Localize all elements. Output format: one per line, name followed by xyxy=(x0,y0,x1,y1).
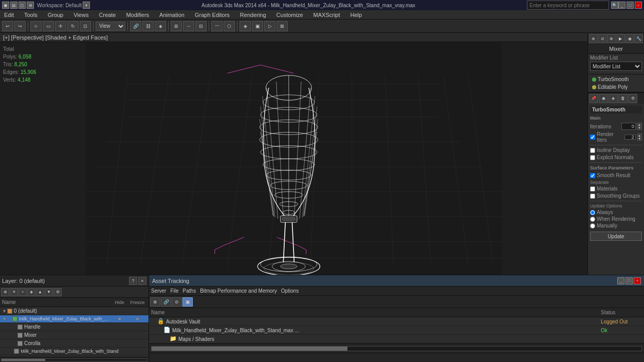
maximize-btn[interactable]: □ xyxy=(627,2,634,9)
render-iters-checkbox[interactable] xyxy=(590,135,595,140)
asset-menu-paths[interactable]: Paths xyxy=(183,288,196,294)
move-btn[interactable]: ✛ xyxy=(55,21,66,31)
smoothing-groups-checkbox[interactable] xyxy=(590,194,595,199)
asset-tb-btn-2[interactable]: 🔗 xyxy=(161,297,171,307)
modifier-item-turbosmooth[interactable]: TurboSmooth xyxy=(590,75,642,83)
render-iters-input[interactable] xyxy=(624,135,636,140)
search-input[interactable] xyxy=(527,1,609,10)
asset-item-maps-folder[interactable]: 📁 Maps / Shaders xyxy=(149,335,644,344)
select-btn[interactable]: ⊹ xyxy=(30,21,42,31)
menu-rendering[interactable]: Rendering xyxy=(238,12,268,18)
when-rendering-radio[interactable] xyxy=(590,217,595,222)
asset-close-btn[interactable]: × xyxy=(634,277,641,284)
modify-tab[interactable]: ⊘ xyxy=(598,34,607,43)
layer-item-full-name[interactable]: Milk_Handheld_Mixer_Zulay_Black_with_Sta… xyxy=(0,348,149,355)
curve-editor-btn[interactable]: 〰 xyxy=(211,21,223,31)
scale-btn[interactable]: ⊡ xyxy=(80,21,91,31)
layer-item-corolla[interactable]: Corolla xyxy=(0,339,149,348)
remove-modifier-btn[interactable]: 🗑 xyxy=(618,94,628,103)
asset-item-main-file[interactable]: 📄 Milk_Handheld_Mixer_Zulay_Black_with_S… xyxy=(149,326,644,335)
select-from-layer-btn[interactable]: ◈ xyxy=(27,288,35,296)
asset-maximize-btn[interactable]: □ xyxy=(625,277,633,284)
display-tab[interactable]: ◉ xyxy=(625,34,634,43)
asset-menu-server[interactable]: Server xyxy=(151,288,166,294)
show-result-btn[interactable]: ◉ xyxy=(599,94,608,103)
hierarchy-tab[interactable]: ⊗ xyxy=(607,34,616,43)
asset-tb-btn-1[interactable]: ⊕ xyxy=(150,297,160,307)
render-setup-btn[interactable]: ▣ xyxy=(252,21,263,31)
toolbar-btn-3[interactable]: ⊞ xyxy=(27,2,34,9)
asset-minimize-btn[interactable]: _ xyxy=(617,277,624,284)
asset-menu-options[interactable]: Options xyxy=(281,288,299,294)
layers-help-btn[interactable]: ? xyxy=(129,277,137,285)
bind-space-btn[interactable]: ◈ xyxy=(155,21,166,31)
undo-btn[interactable]: ↩ xyxy=(2,21,13,31)
motion-tab[interactable]: ▶ xyxy=(616,34,625,43)
menu-views[interactable]: Views xyxy=(71,12,90,18)
modifier-item-editable-poly[interactable]: Editable Poly xyxy=(590,83,642,91)
layers-scrollbar[interactable] xyxy=(0,357,149,362)
render-iters-spinner[interactable]: ▲▼ xyxy=(637,134,642,141)
materials-checkbox[interactable] xyxy=(590,186,595,192)
asset-item-vault[interactable]: 🔒 Autodesk Vault Logged Out xyxy=(149,317,644,326)
layer-item-main-object[interactable]: ▼ Milk_Handheld_Mixer_Zulay_Black_with_S… xyxy=(0,315,149,323)
workspace-dropdown[interactable]: ▾ xyxy=(83,2,90,9)
asset-menu-bitmap-perf[interactable]: Bitmap Performance and Memory xyxy=(200,288,277,294)
minimize-btn[interactable]: _ xyxy=(618,2,625,9)
toolbar-btn-2[interactable]: ◫ xyxy=(19,2,26,9)
explicit-normals-checkbox[interactable] xyxy=(590,155,595,160)
new-layer-btn[interactable]: ⊕ xyxy=(1,288,9,296)
menu-customize[interactable]: Customize xyxy=(274,12,305,18)
menu-group[interactable]: Group xyxy=(46,12,66,18)
isoline-display-checkbox[interactable] xyxy=(590,148,595,153)
update-button[interactable]: Update xyxy=(590,232,642,241)
asset-scrollbar[interactable] xyxy=(151,346,642,351)
asset-menu-file[interactable]: File xyxy=(170,288,178,294)
configure-modifiers-btn[interactable]: ⚙ xyxy=(628,94,637,103)
modifier-list-dropdown[interactable]: Modifier List xyxy=(590,62,642,71)
smooth-result-checkbox[interactable] xyxy=(590,173,595,178)
create-tab[interactable]: ⊕ xyxy=(589,34,598,43)
schematic-btn[interactable]: ⬡ xyxy=(224,21,235,31)
menu-tools[interactable]: Tools xyxy=(22,12,40,18)
viewport-canvas[interactable]: Total Polys: 6,058 Tris: 8,250 Edges: 15… xyxy=(0,42,587,275)
reference-coord-dropdown[interactable]: View World Screen xyxy=(96,22,125,31)
layers-close-btn[interactable]: × xyxy=(138,277,146,285)
material-editor-btn[interactable]: ◈ xyxy=(240,21,251,31)
iterations-input[interactable] xyxy=(621,123,636,130)
manually-radio[interactable] xyxy=(590,223,595,228)
make-unique-btn[interactable]: ◈ xyxy=(609,94,618,103)
rotate-btn[interactable]: ↻ xyxy=(67,21,79,31)
close-btn[interactable]: × xyxy=(635,2,642,9)
search-btn[interactable]: 🔍 xyxy=(611,2,618,9)
layer-move-up-btn[interactable]: ▲ xyxy=(36,288,44,296)
layer-item-mixer[interactable]: Mixer xyxy=(0,331,149,339)
always-radio[interactable] xyxy=(590,210,595,215)
redo-btn[interactable]: ↪ xyxy=(14,21,26,31)
menu-graph-editors[interactable]: Graph Editors xyxy=(193,12,232,18)
render-btn[interactable]: ▷ xyxy=(264,21,275,31)
add-to-layer-btn[interactable]: + xyxy=(19,288,27,296)
menu-maxscript[interactable]: MAXScript xyxy=(311,12,342,18)
align-btn[interactable]: ⊟ xyxy=(195,21,207,31)
menu-help[interactable]: Help xyxy=(348,12,364,18)
menu-create[interactable]: Create xyxy=(97,12,118,18)
iterations-spinner[interactable]: ▲▼ xyxy=(637,123,642,130)
layer-move-down-btn[interactable]: ▼ xyxy=(45,288,53,296)
layer-item-handle[interactable]: Handle xyxy=(0,323,149,331)
menu-edit[interactable]: Edit xyxy=(2,12,16,18)
toolbar-btn-1[interactable]: ▤ xyxy=(10,2,17,9)
pin-stack-btn[interactable]: 📌 xyxy=(589,94,598,103)
unlink-btn[interactable]: ⛓ xyxy=(142,21,154,31)
layer-item-0-default[interactable]: ▼ 0 (default) xyxy=(0,307,149,315)
delete-layer-btn[interactable]: ✕ xyxy=(10,288,18,296)
menu-animation[interactable]: Animation xyxy=(157,12,187,18)
utilities-tab[interactable]: 🔧 xyxy=(634,34,643,43)
asset-tb-btn-3[interactable]: ⊘ xyxy=(172,297,182,307)
layer-settings-btn[interactable]: ⚙ xyxy=(53,288,62,296)
render-frame-btn[interactable]: ⊠ xyxy=(277,21,288,31)
layer-mgr-btn[interactable]: ⊞ xyxy=(171,21,182,31)
app-icon[interactable]: ▣ xyxy=(2,2,9,9)
mirror-btn[interactable]: ↔ xyxy=(183,21,194,31)
link-btn[interactable]: 🔗 xyxy=(130,21,141,31)
